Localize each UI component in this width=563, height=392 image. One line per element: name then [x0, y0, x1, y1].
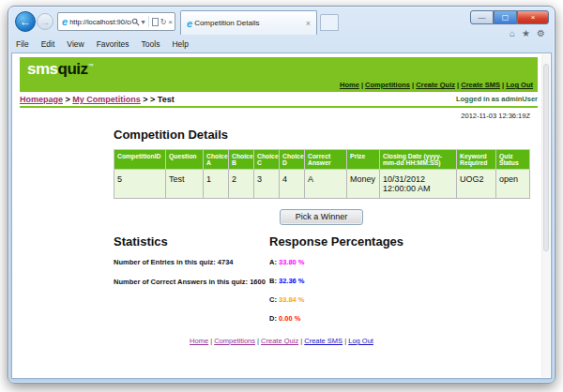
- maximize-button[interactable]: ▢: [494, 10, 517, 24]
- percentage-c-value: 33.84 %: [279, 295, 305, 304]
- percentage-d: D: 0.00 %: [269, 314, 526, 323]
- cell-correct-answer: A: [305, 170, 347, 199]
- col-choice-d: Choice D: [280, 150, 305, 170]
- table-row: 5 Test 1 2 3 4 A Money 10/31/2012 12:00:…: [114, 170, 530, 199]
- refresh-icon[interactable]: ↻: [160, 18, 167, 26]
- nav-create-sms-link[interactable]: Create SMS: [461, 81, 500, 89]
- pick-a-winner-button[interactable]: Pick a Winner: [280, 209, 364, 225]
- scrollbar-thumb[interactable]: [543, 64, 549, 251]
- menu-edit[interactable]: Edit: [41, 39, 55, 49]
- col-prize: Prize: [347, 150, 380, 170]
- tab-favicon-icon: e: [187, 18, 192, 29]
- table-header-row: CompetitionID Question Choice A Choice B…: [114, 150, 530, 170]
- nav-create-quiz-link[interactable]: Create Quiz: [416, 81, 455, 89]
- logo-sms: sms: [27, 60, 58, 78]
- col-quiz-status: Quiz Status: [496, 150, 530, 170]
- footer-competitions-link[interactable]: Competitions: [214, 337, 255, 345]
- cell-prize: Money: [347, 170, 380, 199]
- percentage-b: B: 32.36 %: [269, 277, 526, 285]
- breadcrumb-current: > Test: [150, 95, 175, 104]
- col-choice-c: Choice C: [254, 150, 280, 170]
- footer-create-sms-link[interactable]: Create SMS: [304, 337, 342, 345]
- tab-title[interactable]: Competition Details: [194, 19, 304, 27]
- page-title: Competition Details: [114, 128, 526, 142]
- new-tab-button[interactable]: [320, 14, 339, 31]
- footer-links: Home | Competitions | Create Quiz | Crea…: [20, 337, 543, 345]
- footer-home-link[interactable]: Home: [190, 337, 208, 345]
- address-bar[interactable]: e http://localhost:90/competitionD ▾ ↻ ×: [57, 12, 175, 31]
- correct-answers-count: Number of Correct Answers in this quiz: …: [114, 278, 269, 286]
- forward-button[interactable]: →: [37, 13, 53, 30]
- page-content: smsquiz™ Home | Competitions | Create Qu…: [11, 53, 552, 379]
- cell-question: Test: [166, 170, 204, 199]
- cell-choice-a: 1: [204, 170, 229, 199]
- response-percentages-section: Response Percentages A: 33.80 % B: 32.36…: [269, 233, 526, 333]
- menu-file[interactable]: File: [16, 39, 29, 49]
- vertical-scrollbar[interactable]: [541, 54, 550, 377]
- breadcrumb-sep: >: [63, 95, 72, 104]
- cell-choice-b: 2: [229, 170, 254, 199]
- logged-in-status: Logged in as adminUser: [456, 95, 538, 103]
- menu-view[interactable]: View: [67, 39, 84, 49]
- percentage-a-label: A:: [269, 258, 277, 266]
- cell-closing-date: 10/31/2012 12:00:00 AM: [380, 170, 457, 199]
- entries-count: Number of Entries in this quiz: 4734: [114, 258, 269, 266]
- server-timestamp: 2012-11-03 12:36:19Z: [20, 108, 538, 122]
- home-icon[interactable]: ⌂: [510, 28, 515, 38]
- cell-keyword-required: UOG2: [457, 170, 496, 199]
- tab-close-icon[interactable]: ×: [304, 19, 312, 28]
- percentage-b-value: 32.36 %: [279, 277, 305, 285]
- response-percentages-title: Response Percentages: [269, 234, 526, 249]
- minimize-button[interactable]: —: [470, 10, 494, 24]
- statistics-section: Statistics Number of Entries in this qui…: [114, 233, 269, 333]
- close-button[interactable]: ×: [517, 10, 549, 24]
- command-icons: ⌂ ★ ⚙: [510, 28, 545, 38]
- breadcrumb-my-competitions-link[interactable]: My Competitions: [72, 95, 141, 104]
- nav-home-link[interactable]: Home: [340, 81, 359, 89]
- percentage-d-label: D:: [269, 314, 277, 323]
- nav-log-out-link[interactable]: Log Out: [506, 81, 533, 89]
- stop-icon[interactable]: ×: [168, 18, 173, 26]
- logo-tm: ™: [88, 63, 94, 68]
- cell-choice-c: 3: [254, 170, 280, 199]
- statistics-title: Statistics: [114, 234, 269, 249]
- percentage-d-value: 0.00 %: [279, 314, 300, 323]
- window-controls: — ▢ ×: [470, 10, 549, 24]
- menu-help[interactable]: Help: [172, 39, 188, 49]
- search-icon[interactable]: [131, 18, 140, 26]
- ie-icon: e: [62, 16, 68, 27]
- col-choice-a: Choice A: [204, 150, 229, 170]
- nav-competitions-link[interactable]: Competitions: [365, 81, 410, 89]
- percentage-c: C: 33.84 %: [269, 295, 526, 304]
- percentage-a-value: 33.80 %: [279, 258, 305, 266]
- address-dropdown-icon[interactable]: ▾: [142, 18, 145, 26]
- url-text[interactable]: http://localhost:90/competitionD: [69, 18, 130, 26]
- col-choice-b: Choice B: [229, 150, 254, 170]
- col-keyword-required: Keyword Required: [457, 150, 496, 170]
- menu-favorites[interactable]: Favorites: [97, 39, 129, 49]
- col-competition-id: CompetitionID: [114, 150, 166, 170]
- cell-choice-d: 4: [280, 170, 305, 199]
- title-bar: ← → e http://localhost:90/competitionD ▾…: [8, 7, 555, 35]
- col-correct-answer: Correct Answer: [305, 150, 347, 170]
- cell-competition-id: 5: [114, 170, 166, 199]
- breadcrumb-homepage-link[interactable]: Homepage: [20, 95, 63, 104]
- favorites-star-icon[interactable]: ★: [522, 28, 530, 38]
- percentage-b-label: B:: [269, 277, 277, 285]
- menu-tools[interactable]: Tools: [142, 39, 160, 49]
- tab-competition-details[interactable]: e Competition Details ×: [180, 10, 317, 35]
- breadcrumb-row: Homepage > My Competitions > > Test Logg…: [20, 92, 538, 108]
- compatibility-view-icon[interactable]: [152, 18, 159, 26]
- footer-log-out-link[interactable]: Log Out: [348, 337, 373, 345]
- menu-bar: File Edit View Favorites Tools Help: [8, 35, 555, 53]
- main-section: Competition Details CompetitionID Questi…: [114, 128, 526, 333]
- col-closing-date: Closing Date (yyyy-mm-dd HH:MM:SS): [380, 150, 457, 170]
- cell-quiz-status: open: [496, 170, 530, 199]
- site-header: smsquiz™ Home | Competitions | Create Qu…: [20, 57, 538, 92]
- back-button[interactable]: ←: [15, 11, 36, 32]
- stats-and-percentages: Statistics Number of Entries in this qui…: [114, 233, 526, 333]
- footer-create-quiz-link[interactable]: Create Quiz: [261, 337, 298, 345]
- logo-quiz: quiz: [58, 60, 88, 78]
- browser-window: ← → e http://localhost:90/competitionD ▾…: [8, 6, 555, 384]
- gear-icon[interactable]: ⚙: [537, 28, 545, 38]
